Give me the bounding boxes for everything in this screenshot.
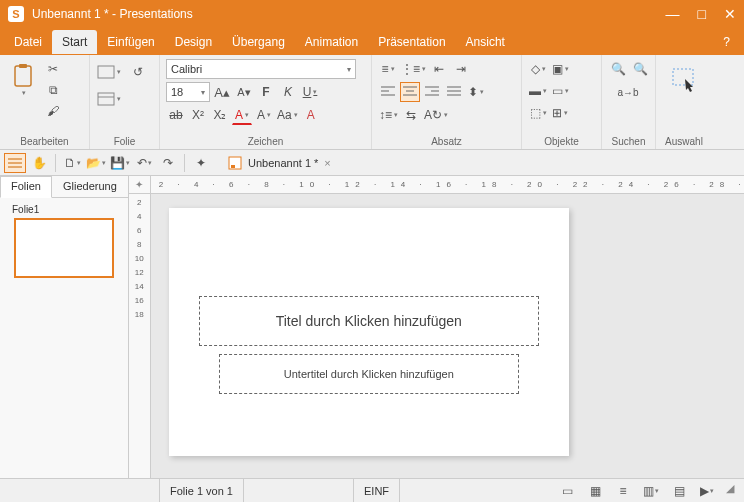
find-button[interactable]: 🔍: [608, 59, 628, 79]
select-button[interactable]: [667, 59, 701, 101]
justify-button[interactable]: [444, 82, 464, 102]
view-master-button[interactable]: ▥: [640, 481, 662, 501]
paste-button[interactable]: [6, 59, 40, 101]
open-doc-button[interactable]: 📂: [85, 153, 107, 173]
ribbon: ✂ ⧉ 🖌 Bearbeiten ↺ Folie: [0, 55, 744, 150]
italic-button[interactable]: K: [278, 82, 298, 102]
align-right-button[interactable]: [422, 82, 442, 102]
outdent-button[interactable]: ⇤: [429, 59, 449, 79]
shapes-button[interactable]: ◇: [528, 59, 548, 79]
group-label-edit: Bearbeiten: [6, 134, 83, 149]
hand-tool-button[interactable]: ✋: [28, 153, 50, 173]
find-next-button[interactable]: 🔍: [630, 59, 650, 79]
clear-format-button[interactable]: A: [301, 105, 321, 125]
ribbon-tabs: Datei Start Einfügen Design Übergang Ani…: [0, 28, 744, 55]
title-placeholder[interactable]: Titel durch Klicken hinzufügen: [199, 296, 539, 346]
slide-thumb-label: Folie1: [6, 204, 122, 215]
slides-tab[interactable]: Folien: [0, 176, 52, 198]
view-normal-button[interactable]: ▭: [556, 481, 578, 501]
subtitle-placeholder[interactable]: Untertitel durch Klicken hinzufügen: [219, 354, 519, 394]
slide-canvas[interactable]: Titel durch Klicken hinzufügen Untertite…: [151, 194, 744, 478]
help-button[interactable]: ?: [713, 30, 740, 54]
svg-rect-3: [98, 93, 114, 105]
svg-rect-0: [15, 66, 31, 86]
tab-animation[interactable]: Animation: [295, 30, 368, 54]
view-outline-button[interactable]: ≡: [612, 481, 634, 501]
close-button[interactable]: ✕: [724, 6, 736, 22]
strikethrough-button[interactable]: ab: [166, 105, 186, 125]
status-pos: [244, 479, 354, 502]
maximize-button[interactable]: □: [698, 6, 706, 22]
status-insert-mode[interactable]: EINF: [354, 479, 400, 502]
tab-praesentation[interactable]: Präsentation: [368, 30, 455, 54]
group-label-character: Zeichen: [166, 134, 365, 149]
slide-panel: Folien Gliederung Folie1: [0, 176, 129, 478]
tab-design[interactable]: Design: [165, 30, 222, 54]
resize-grip[interactable]: ◢: [726, 482, 744, 500]
highlight-button[interactable]: A: [254, 105, 274, 125]
bullets-button[interactable]: ≡: [378, 59, 398, 79]
vertical-ruler[interactable]: 2 4 6 8 10 12 14 16 18: [129, 194, 151, 478]
tabs-button[interactable]: ⇆: [401, 105, 421, 125]
shape-outline-button[interactable]: ▭: [550, 81, 570, 101]
tab-datei[interactable]: Datei: [4, 30, 52, 54]
status-slide-count: Folie 1 von 1: [160, 479, 244, 502]
arrange-button[interactable]: ▣: [550, 59, 570, 79]
shrink-font-button[interactable]: A▾: [234, 82, 254, 102]
outline-tab[interactable]: Gliederung: [52, 176, 128, 197]
minimize-button[interactable]: —: [666, 6, 680, 22]
slide-thumbnail-1[interactable]: [14, 218, 114, 278]
new-slide-button[interactable]: [96, 59, 122, 85]
title-bar: S Unbenannt 1 * - Presentations — □ ✕: [0, 0, 744, 28]
view-notes-button[interactable]: ▤: [668, 481, 690, 501]
layout-button[interactable]: [96, 86, 122, 112]
font-size-select[interactable]: 18▾: [166, 82, 210, 102]
underline-button[interactable]: U: [300, 82, 320, 102]
group-button[interactable]: ⊞: [550, 103, 570, 123]
font-size-value: 18: [171, 86, 183, 98]
tab-einfuegen[interactable]: Einfügen: [97, 30, 164, 54]
horizontal-ruler[interactable]: 2 · 4 · 6 · 8 · 10 · 12 · 14 · 16 · 18 ·…: [151, 176, 744, 194]
normal-view-button[interactable]: [4, 153, 26, 173]
save-button[interactable]: 💾: [109, 153, 131, 173]
ruler-origin[interactable]: ✦: [129, 176, 151, 194]
indent-button[interactable]: ⇥: [451, 59, 471, 79]
superscript-button[interactable]: X²: [188, 105, 208, 125]
align-left-button[interactable]: [378, 82, 398, 102]
document-tab[interactable]: Unbenannt 1 * ×: [220, 154, 339, 172]
font-family-select[interactable]: Calibri▾: [166, 59, 356, 79]
group-label-objects: Objekte: [528, 134, 595, 149]
line-spacing-button[interactable]: ↕≡: [378, 105, 399, 125]
tab-start[interactable]: Start: [52, 30, 97, 54]
editor-area: ✦ 2 · 4 · 6 · 8 · 10 · 12 · 14 · 16 · 18…: [129, 176, 744, 478]
slide-icon: [97, 63, 115, 81]
grow-font-button[interactable]: A▴: [212, 82, 232, 102]
insert-object-button[interactable]: ✦: [190, 153, 212, 173]
text-direction-button[interactable]: A↻: [423, 105, 449, 125]
copy-button[interactable]: ⧉: [43, 80, 63, 100]
subscript-button[interactable]: X₂: [210, 105, 230, 125]
arrange-order-button[interactable]: ⬚: [528, 103, 548, 123]
doc-tab-close[interactable]: ×: [324, 157, 330, 169]
replace-button[interactable]: a→b: [608, 82, 648, 102]
change-case-button[interactable]: Aa: [276, 105, 299, 125]
tab-ansicht[interactable]: Ansicht: [456, 30, 515, 54]
new-doc-button[interactable]: 🗋: [61, 153, 83, 173]
align-center-button[interactable]: [400, 82, 420, 102]
layout-icon: [97, 90, 115, 108]
format-painter-button[interactable]: 🖌: [43, 101, 63, 121]
undo-button[interactable]: ↶: [133, 153, 155, 173]
view-presentation-button[interactable]: ▶: [696, 481, 718, 501]
font-color-button[interactable]: A: [232, 105, 252, 125]
redo-button[interactable]: ↷: [157, 153, 179, 173]
bold-button[interactable]: F: [256, 82, 276, 102]
align-center-icon: [403, 86, 417, 98]
reset-slide-button[interactable]: ↺: [125, 59, 151, 85]
shape-fill-button[interactable]: ▬: [528, 81, 548, 101]
vertical-align-button[interactable]: ⬍: [466, 82, 486, 102]
numbering-button[interactable]: ⋮≡: [400, 59, 427, 79]
slide[interactable]: Titel durch Klicken hinzufügen Untertite…: [169, 208, 569, 456]
tab-uebergang[interactable]: Übergang: [222, 30, 295, 54]
view-sorter-button[interactable]: ▦: [584, 481, 606, 501]
cut-button[interactable]: ✂: [43, 59, 63, 79]
